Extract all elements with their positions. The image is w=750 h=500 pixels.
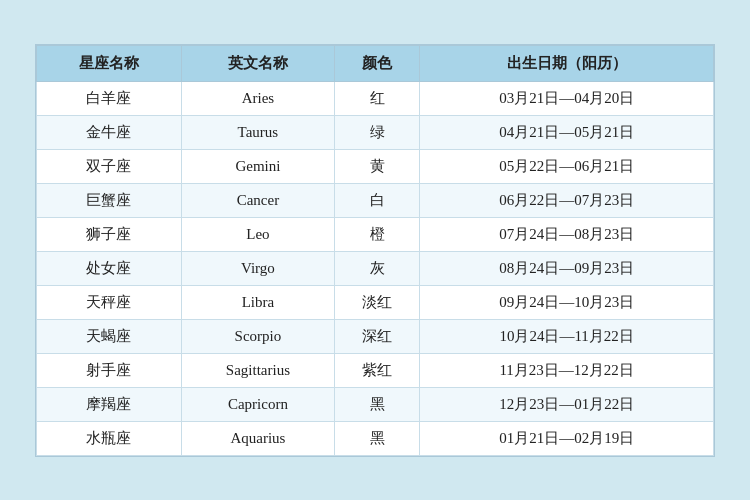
- cell-chinese-name: 双子座: [37, 149, 182, 183]
- cell-english-name: Cancer: [181, 183, 334, 217]
- cell-color: 紫红: [334, 353, 419, 387]
- cell-dates: 04月21日—05月21日: [420, 115, 714, 149]
- table-row: 水瓶座Aquarius黑01月21日—02月19日: [37, 421, 714, 455]
- cell-english-name: Libra: [181, 285, 334, 319]
- table-body: 白羊座Aries红03月21日—04月20日金牛座Taurus绿04月21日—0…: [37, 81, 714, 455]
- cell-english-name: Virgo: [181, 251, 334, 285]
- cell-color: 黑: [334, 387, 419, 421]
- cell-chinese-name: 水瓶座: [37, 421, 182, 455]
- cell-color: 橙: [334, 217, 419, 251]
- cell-dates: 05月22日—06月21日: [420, 149, 714, 183]
- cell-dates: 11月23日—12月22日: [420, 353, 714, 387]
- cell-chinese-name: 射手座: [37, 353, 182, 387]
- cell-english-name: Capricorn: [181, 387, 334, 421]
- cell-chinese-name: 处女座: [37, 251, 182, 285]
- cell-chinese-name: 天蝎座: [37, 319, 182, 353]
- cell-chinese-name: 巨蟹座: [37, 183, 182, 217]
- cell-color: 淡红: [334, 285, 419, 319]
- table-row: 处女座Virgo灰08月24日—09月23日: [37, 251, 714, 285]
- cell-english-name: Leo: [181, 217, 334, 251]
- header-chinese-name: 星座名称: [37, 45, 182, 81]
- cell-dates: 12月23日—01月22日: [420, 387, 714, 421]
- cell-color: 白: [334, 183, 419, 217]
- table-row: 摩羯座Capricorn黑12月23日—01月22日: [37, 387, 714, 421]
- cell-color: 黄: [334, 149, 419, 183]
- header-color: 颜色: [334, 45, 419, 81]
- cell-color: 红: [334, 81, 419, 115]
- cell-chinese-name: 天秤座: [37, 285, 182, 319]
- cell-dates: 09月24日—10月23日: [420, 285, 714, 319]
- zodiac-table: 星座名称 英文名称 颜色 出生日期（阳历） 白羊座Aries红03月21日—04…: [36, 45, 714, 456]
- table-row: 狮子座Leo橙07月24日—08月23日: [37, 217, 714, 251]
- cell-color: 黑: [334, 421, 419, 455]
- cell-chinese-name: 摩羯座: [37, 387, 182, 421]
- header-dates: 出生日期（阳历）: [420, 45, 714, 81]
- cell-chinese-name: 狮子座: [37, 217, 182, 251]
- table-row: 双子座Gemini黄05月22日—06月21日: [37, 149, 714, 183]
- cell-english-name: Scorpio: [181, 319, 334, 353]
- table-row: 天秤座Libra淡红09月24日—10月23日: [37, 285, 714, 319]
- cell-dates: 08月24日—09月23日: [420, 251, 714, 285]
- header-english-name: 英文名称: [181, 45, 334, 81]
- table-row: 白羊座Aries红03月21日—04月20日: [37, 81, 714, 115]
- cell-color: 灰: [334, 251, 419, 285]
- table-row: 天蝎座Scorpio深红10月24日—11月22日: [37, 319, 714, 353]
- table-row: 巨蟹座Cancer白06月22日—07月23日: [37, 183, 714, 217]
- cell-dates: 07月24日—08月23日: [420, 217, 714, 251]
- cell-dates: 06月22日—07月23日: [420, 183, 714, 217]
- cell-chinese-name: 白羊座: [37, 81, 182, 115]
- cell-english-name: Taurus: [181, 115, 334, 149]
- cell-dates: 01月21日—02月19日: [420, 421, 714, 455]
- cell-color: 深红: [334, 319, 419, 353]
- cell-color: 绿: [334, 115, 419, 149]
- table-header-row: 星座名称 英文名称 颜色 出生日期（阳历）: [37, 45, 714, 81]
- table-row: 金牛座Taurus绿04月21日—05月21日: [37, 115, 714, 149]
- cell-english-name: Aries: [181, 81, 334, 115]
- cell-english-name: Gemini: [181, 149, 334, 183]
- table-row: 射手座Sagittarius紫红11月23日—12月22日: [37, 353, 714, 387]
- cell-english-name: Aquarius: [181, 421, 334, 455]
- cell-dates: 10月24日—11月22日: [420, 319, 714, 353]
- cell-chinese-name: 金牛座: [37, 115, 182, 149]
- cell-dates: 03月21日—04月20日: [420, 81, 714, 115]
- zodiac-table-container: 星座名称 英文名称 颜色 出生日期（阳历） 白羊座Aries红03月21日—04…: [35, 44, 715, 457]
- cell-english-name: Sagittarius: [181, 353, 334, 387]
